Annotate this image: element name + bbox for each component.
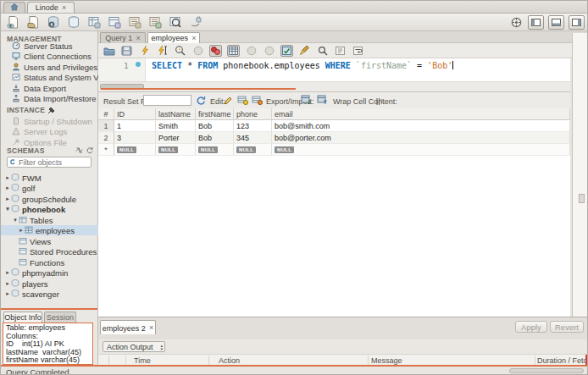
tab-employees[interactable]: employees ×	[147, 32, 200, 43]
sidebar-item-data-export[interactable]: Data Export	[12, 83, 66, 93]
schema-node-players[interactable]: ▸ players	[1, 278, 101, 289]
refresh-icon[interactable]	[195, 95, 207, 106]
edit-pencil-icon[interactable]	[222, 95, 234, 106]
revert-button[interactable]: Revert	[550, 321, 584, 333]
grid-header-phone[interactable]: phone	[234, 108, 272, 120]
tab-employees-2[interactable]: employees 2 ×	[100, 320, 156, 335]
schema-node-scavenger[interactable]: ▸ scavenger	[1, 289, 101, 299]
toggle-limit-rows-icon[interactable]	[227, 45, 240, 57]
cell-firstname[interactable]: Bob	[196, 132, 234, 144]
open-file-icon[interactable]	[103, 45, 115, 57]
create-view-icon[interactable]	[107, 15, 121, 30]
row-number-cell[interactable]: *	[98, 144, 114, 156]
execute-current-statement-icon[interactable]	[156, 45, 169, 57]
schema-node-groupschedule[interactable]: ▸ groupSchedule	[1, 194, 101, 204]
sidebar-item-client-connections[interactable]: Client Connections	[12, 51, 92, 61]
apply-button[interactable]: Apply	[515, 321, 547, 333]
row-number-cell[interactable]: 2	[98, 132, 114, 144]
spinner-down-icon[interactable]: ▾	[160, 347, 163, 350]
sql-text[interactable]: SELECT * FROM phonebook.employees WHERE …	[152, 61, 453, 70]
delete-row-icon[interactable]	[251, 95, 263, 106]
wrap-cell-content-icon[interactable]	[374, 96, 386, 107]
new-query-tab-icon[interactable]	[5, 15, 19, 30]
create-procedure-icon[interactable]	[127, 15, 141, 30]
grid-header-firstname[interactable]: firstName	[196, 108, 234, 120]
close-icon[interactable]: ×	[62, 4, 66, 12]
stop-query-icon[interactable]	[191, 45, 204, 57]
schema-filter-input[interactable]	[17, 157, 88, 168]
cell-email[interactable]: NULL	[272, 144, 570, 156]
gear-icon[interactable]	[509, 15, 524, 30]
chevron-right-icon[interactable]: ▸	[4, 185, 11, 191]
rollback-icon[interactable]	[263, 45, 275, 57]
result-filter-input[interactable]	[144, 96, 194, 107]
panel-grip-handle[interactable]	[579, 194, 585, 203]
sidebar-item-server-status[interactable]: Server Status	[12, 41, 73, 51]
execute-query-icon[interactable]	[138, 45, 151, 57]
reconnect-dbms-icon[interactable]	[188, 15, 202, 30]
save-icon[interactable]	[120, 45, 133, 57]
table-row[interactable]: 1 1 Smith Bob 123 bob@smith.com	[98, 120, 570, 132]
cell-id[interactable]: NULL	[114, 144, 156, 156]
cell-lastname[interactable]: NULL	[156, 144, 196, 156]
collapsed-right-panel[interactable]	[572, 33, 588, 317]
schema-filter-box[interactable]	[7, 157, 92, 168]
grid-header-rownum[interactable]: #	[98, 108, 114, 120]
column-duration-fetch[interactable]: Duration / Fetch	[537, 356, 588, 365]
sidebar-item-startup-shutdown[interactable]: Startup / Shutdown	[12, 116, 92, 126]
insert-row-icon[interactable]	[236, 95, 248, 106]
cell-phone[interactable]: 345	[234, 132, 272, 144]
schema-inspector-icon[interactable]	[46, 15, 60, 30]
explain-plan-icon[interactable]	[174, 45, 186, 57]
grid-header-lastname[interactable]: lastName	[156, 108, 196, 120]
toggle-bottom-panel-button[interactable]	[548, 15, 564, 30]
beautify-sql-icon[interactable]	[298, 45, 311, 57]
column-message[interactable]: Message	[371, 356, 402, 365]
chevron-right-icon[interactable]: ▸	[4, 196, 11, 202]
column-action[interactable]: Action	[219, 356, 240, 365]
cell-email[interactable]: bob@porter.com	[272, 132, 570, 144]
editor-horizontal-scrollbar[interactable]	[98, 81, 570, 91]
refresh-schemas-icon[interactable]	[86, 146, 93, 156]
scrollbar-thumb[interactable]	[509, 368, 584, 373]
create-function-icon[interactable]	[147, 15, 162, 30]
spinner-icon[interactable]: ▴ ▾	[160, 344, 163, 350]
invisible-characters-icon[interactable]	[334, 45, 347, 57]
create-schema-icon[interactable]	[66, 15, 80, 30]
open-script-icon[interactable]	[25, 15, 40, 30]
chevron-right-icon[interactable]: ▸	[4, 290, 11, 297]
export-results-icon[interactable]	[300, 94, 312, 105]
connection-tab-linode[interactable]: Linode ×	[27, 2, 75, 13]
schema-node-fwm[interactable]: ▸ FWM	[1, 173, 101, 183]
tree-node-tables[interactable]: ▾ Tables	[1, 215, 108, 225]
row-number-cell[interactable]: 1	[98, 120, 114, 132]
toggle-right-panel-button[interactable]	[569, 15, 585, 30]
toggle-autocommit-icon[interactable]	[280, 45, 293, 57]
sql-editor[interactable]: 1 SELECT * FROM phonebook.employees WHER…	[98, 58, 570, 81]
cell-phone[interactable]: NULL	[234, 144, 272, 156]
table-row[interactable]: 2 3 Porter Bob 345 bob@porter.com	[98, 132, 570, 144]
chevron-down-icon[interactable]: ▾	[12, 217, 19, 223]
sidebar-item-server-logs[interactable]: Server Logs	[12, 126, 67, 136]
chevron-right-icon[interactable]: ▸	[4, 269, 11, 276]
schema-node-phpmyadmin[interactable]: ▸ phpmyadmin	[1, 267, 101, 278]
find-icon[interactable]	[316, 45, 329, 57]
result-filter-box[interactable]	[143, 95, 191, 106]
schema-node-golf[interactable]: ▸ golf	[1, 183, 101, 193]
tab-session[interactable]: Session	[44, 312, 76, 323]
cell-firstname[interactable]: NULL	[196, 144, 234, 156]
grid-header-id[interactable]: ID	[114, 108, 156, 120]
action-output-select[interactable]: Action Output ▴ ▾	[103, 341, 165, 352]
close-icon[interactable]: ×	[136, 35, 140, 42]
cell-lastname[interactable]: Porter	[156, 132, 196, 144]
tab-object-info[interactable]: Object Info	[3, 312, 42, 323]
column-time[interactable]: Time	[134, 356, 151, 365]
cell-email[interactable]: bob@smith.com	[272, 120, 570, 132]
home-tab[interactable]	[3, 2, 25, 13]
chevron-right-icon[interactable]: ▸	[18, 227, 25, 234]
toggle-left-panel-button[interactable]	[528, 15, 544, 30]
cell-id[interactable]: 3	[114, 132, 156, 144]
cell-lastname[interactable]: Smith	[156, 120, 196, 132]
toggle-stop-on-error-icon[interactable]	[209, 45, 222, 57]
create-table-icon[interactable]	[86, 15, 101, 30]
